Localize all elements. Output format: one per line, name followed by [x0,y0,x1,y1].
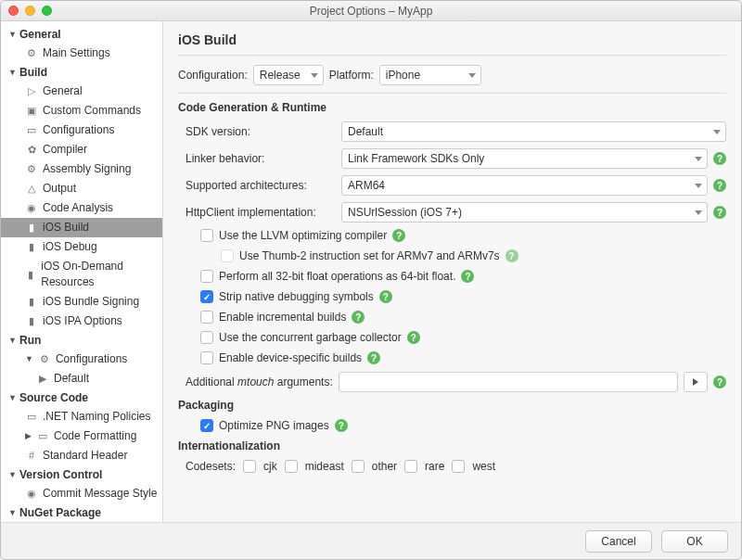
sidebar-cat-nuget[interactable]: ▼NuGet Package [1,503,162,522]
panel-title: iOS Build [178,29,726,56]
sidebar-cat-general[interactable]: ▼General [1,25,162,44]
window-title: Project Options – MyApp [1,5,741,18]
main-panel: iOS Build Configuration: Release Platfor… [163,21,741,522]
sidebar-cat-run[interactable]: ▼Run [1,331,162,350]
help-icon[interactable]: ? [352,311,365,324]
linker-select[interactable]: Link Framework SDKs Only [341,148,708,169]
sgen-checkbox[interactable] [200,331,213,344]
incremental-label: Enable incremental builds [219,311,346,324]
help-icon[interactable]: ? [713,206,726,219]
sidebar-item-ios-debug[interactable]: ▮iOS Debug [1,237,162,257]
help-icon[interactable]: ? [379,290,392,303]
section-packaging: Packaging [178,399,726,412]
sidebar-item-run-default[interactable]: ▶Default [1,369,162,388]
sidebar-cat-vcs[interactable]: ▼Version Control [1,465,162,484]
sidebar-item-standard-header[interactable]: #Standard Header [1,446,162,465]
png-checkbox[interactable] [200,419,213,432]
devspec-checkbox[interactable] [200,351,213,364]
help-icon[interactable]: ? [367,351,380,364]
sidebar-item-code-formatting[interactable]: ▶▭Code Formatting [1,426,162,446]
sidebar-item-output[interactable]: △Output [1,179,162,198]
output-icon: △ [25,183,38,195]
devspec-label: Enable device-specific builds [219,351,362,364]
mideast-checkbox[interactable] [285,460,298,473]
analysis-icon: ◉ [25,202,38,214]
zoom-icon[interactable] [42,6,52,16]
gear-icon: ⚙ [38,353,51,365]
configuration-select[interactable]: Release [253,65,324,85]
sidebar-item-main-settings[interactable]: ⚙Main Settings [1,44,162,63]
sidebar-item-custom-commands[interactable]: ▣Custom Commands [1,101,162,121]
window-icon: ▭ [25,124,38,136]
incremental-checkbox[interactable] [200,311,213,324]
sidebar-item-build-general[interactable]: ▷General [1,82,162,101]
ok-button[interactable]: OK [661,530,728,553]
sidebar-item-compiler[interactable]: ✿Compiler [1,140,162,159]
codesets-label: Codesets: [186,460,236,473]
help-icon[interactable]: ? [392,229,405,242]
help-icon[interactable]: ? [505,249,518,262]
sidebar-cat-source[interactable]: ▼Source Code [1,388,162,407]
help-icon[interactable]: ? [461,270,474,283]
sidebar-item-naming-policies[interactable]: ▭.NET Naming Policies [1,407,162,426]
phone-icon: ▮ [25,241,38,253]
cjk-checkbox[interactable] [243,460,256,473]
sidebar: ▼General ⚙Main Settings ▼Build ▷General … [1,21,163,522]
section-codegen: Code Generation & Runtime [178,101,726,114]
configuration-label: Configuration: [178,69,248,82]
float32-checkbox[interactable] [200,270,213,283]
hash-icon: # [25,450,38,462]
close-icon[interactable] [8,6,19,16]
sdk-select[interactable]: Default [341,121,726,142]
signing-icon: ⚙ [25,163,38,175]
rare-checkbox[interactable] [404,460,417,473]
sgen-label: Use the concurrent garbage collector [219,331,402,344]
help-icon[interactable]: ? [713,152,726,165]
phone-icon: ▮ [25,296,38,308]
divider [178,93,726,94]
window-titlebar: Project Options – MyApp [1,1,741,21]
sidebar-item-commit-style[interactable]: ◉Commit Message Style [1,484,162,503]
sdk-label: SDK version: [178,125,336,138]
linker-label: Linker behavior: [178,152,336,165]
mtouch-run-button[interactable] [684,372,708,392]
format-icon: ▭ [36,430,49,442]
sidebar-item-code-analysis[interactable]: ◉Code Analysis [1,198,162,218]
west-checkbox[interactable] [452,460,465,473]
http-label: HttpClient implementation: [178,206,336,219]
phone-icon: ▮ [25,269,36,281]
help-icon[interactable]: ? [713,375,726,388]
sidebar-item-assembly-signing[interactable]: ⚙Assembly Signing [1,159,162,179]
run-icon: ▷ [25,85,38,97]
phone-icon: ▮ [25,222,38,234]
cancel-button[interactable]: Cancel [585,530,652,553]
thumb-label: Use Thumb-2 instruction set for ARMv7 an… [239,249,500,262]
terminal-icon: ▣ [25,105,38,117]
help-icon[interactable]: ? [335,419,348,432]
arch-select[interactable]: ARM64 [341,175,708,196]
minimize-icon[interactable] [25,6,35,16]
llvm-checkbox[interactable] [200,229,213,242]
compiler-icon: ✿ [25,144,38,156]
tag-icon: ▭ [25,411,38,423]
addl-args-label: Additional mtouch arguments: [178,375,333,388]
http-select[interactable]: NSUrlSession (iOS 7+) [341,202,708,223]
sidebar-item-configurations[interactable]: ▭Configurations [1,121,162,140]
sidebar-item-run-configurations[interactable]: ▼⚙Configurations [1,350,162,369]
platform-label: Platform: [329,69,374,82]
sidebar-item-ios-ondemand[interactable]: ▮iOS On-Demand Resources [1,257,162,292]
strip-label: Strip native debugging symbols [219,290,374,303]
sidebar-item-ios-bundle-signing[interactable]: ▮iOS Bundle Signing [1,292,162,312]
llvm-label: Use the LLVM optimizing compiler [219,229,387,242]
sidebar-cat-build[interactable]: ▼Build [1,63,162,82]
sidebar-item-ios-build[interactable]: ▮iOS Build [1,218,162,237]
mtouch-args-input[interactable] [339,372,678,392]
float32-label: Perform all 32-bit float operations as 6… [219,270,455,283]
help-icon[interactable]: ? [713,179,726,192]
platform-select[interactable]: iPhone [379,65,481,85]
sidebar-item-ios-ipa[interactable]: ▮iOS IPA Options [1,312,162,331]
help-icon[interactable]: ? [407,331,420,344]
png-label: Optimize PNG images [219,419,329,432]
strip-checkbox[interactable] [200,290,213,303]
other-checkbox[interactable] [352,460,365,473]
